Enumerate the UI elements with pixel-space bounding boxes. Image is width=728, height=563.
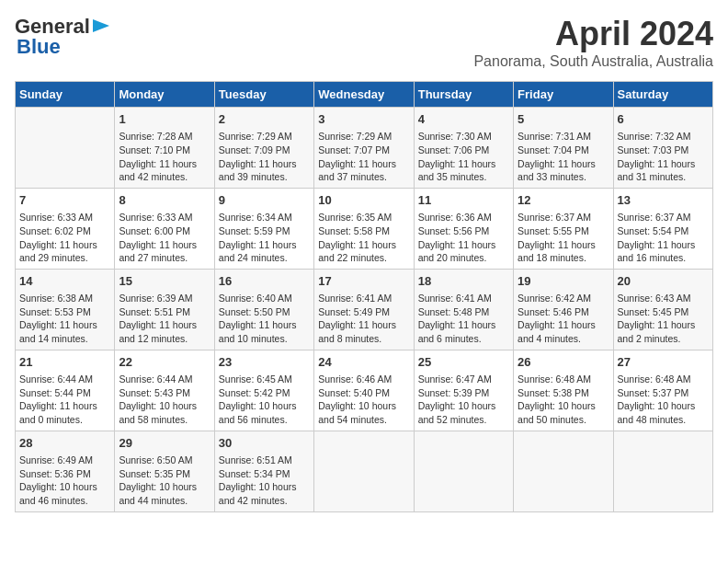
logo-text-blue: Blue bbox=[17, 35, 61, 59]
cell-content: Sunrise: 7:32 AM Sunset: 7:03 PM Dayligh… bbox=[618, 130, 709, 184]
cell-content: Sunrise: 6:33 AM Sunset: 6:02 PM Dayligh… bbox=[19, 211, 110, 265]
calendar-cell: 27Sunrise: 6:48 AM Sunset: 5:37 PM Dayli… bbox=[613, 350, 712, 431]
day-number: 25 bbox=[418, 354, 509, 371]
day-number: 19 bbox=[518, 273, 609, 290]
cell-content: Sunrise: 6:35 AM Sunset: 5:58 PM Dayligh… bbox=[318, 211, 409, 265]
calendar-cell: 25Sunrise: 6:47 AM Sunset: 5:39 PM Dayli… bbox=[414, 350, 513, 431]
cell-content: Sunrise: 6:43 AM Sunset: 5:45 PM Dayligh… bbox=[618, 292, 709, 346]
calendar-cell: 21Sunrise: 6:44 AM Sunset: 5:44 PM Dayli… bbox=[16, 350, 115, 431]
day-number: 5 bbox=[518, 111, 609, 128]
day-number: 20 bbox=[618, 273, 709, 290]
col-header-thursday: Thursday bbox=[414, 82, 513, 108]
week-row-2: 7Sunrise: 6:33 AM Sunset: 6:02 PM Daylig… bbox=[16, 188, 713, 269]
calendar-table: SundayMondayTuesdayWednesdayThursdayFrid… bbox=[15, 81, 713, 512]
calendar-cell: 1Sunrise: 7:28 AM Sunset: 7:10 PM Daylig… bbox=[115, 108, 214, 189]
cell-content: Sunrise: 6:44 AM Sunset: 5:44 PM Dayligh… bbox=[19, 373, 110, 427]
cell-content: Sunrise: 6:51 AM Sunset: 5:34 PM Dayligh… bbox=[219, 454, 310, 508]
day-number: 15 bbox=[119, 273, 210, 290]
calendar-cell: 11Sunrise: 6:36 AM Sunset: 5:56 PM Dayli… bbox=[414, 188, 513, 269]
calendar-cell: 20Sunrise: 6:43 AM Sunset: 5:45 PM Dayli… bbox=[613, 269, 712, 350]
cell-content: Sunrise: 6:41 AM Sunset: 5:48 PM Dayligh… bbox=[418, 292, 509, 346]
calendar-cell: 22Sunrise: 6:44 AM Sunset: 5:43 PM Dayli… bbox=[115, 350, 214, 431]
day-number: 13 bbox=[618, 192, 709, 209]
day-number: 4 bbox=[418, 111, 509, 128]
calendar-header-row: SundayMondayTuesdayWednesdayThursdayFrid… bbox=[16, 82, 713, 108]
calendar-cell: 14Sunrise: 6:38 AM Sunset: 5:53 PM Dayli… bbox=[16, 269, 115, 350]
cell-content: Sunrise: 7:28 AM Sunset: 7:10 PM Dayligh… bbox=[119, 130, 210, 184]
cell-content: Sunrise: 6:44 AM Sunset: 5:43 PM Dayligh… bbox=[119, 373, 210, 427]
day-number: 3 bbox=[318, 111, 409, 128]
cell-content: Sunrise: 6:45 AM Sunset: 5:42 PM Dayligh… bbox=[219, 373, 310, 427]
calendar-cell: 5Sunrise: 7:31 AM Sunset: 7:04 PM Daylig… bbox=[514, 108, 613, 189]
col-header-sunday: Sunday bbox=[16, 82, 115, 108]
day-number: 16 bbox=[219, 273, 310, 290]
calendar-cell: 10Sunrise: 6:35 AM Sunset: 5:58 PM Dayli… bbox=[314, 188, 414, 269]
day-number: 10 bbox=[318, 192, 409, 209]
calendar-cell bbox=[16, 108, 115, 189]
day-number: 12 bbox=[518, 192, 609, 209]
calendar-cell bbox=[314, 431, 414, 511]
cell-content: Sunrise: 7:29 AM Sunset: 7:09 PM Dayligh… bbox=[219, 130, 310, 184]
day-number: 8 bbox=[119, 192, 210, 209]
cell-content: Sunrise: 6:38 AM Sunset: 5:53 PM Dayligh… bbox=[19, 292, 110, 346]
calendar-cell: 18Sunrise: 6:41 AM Sunset: 5:48 PM Dayli… bbox=[414, 269, 513, 350]
day-number: 27 bbox=[618, 354, 709, 371]
logo: General Blue bbox=[15, 15, 109, 59]
calendar-cell: 23Sunrise: 6:45 AM Sunset: 5:42 PM Dayli… bbox=[214, 350, 313, 431]
day-number: 18 bbox=[418, 273, 509, 290]
week-row-4: 21Sunrise: 6:44 AM Sunset: 5:44 PM Dayli… bbox=[16, 350, 713, 431]
calendar-title: April 2024 bbox=[473, 15, 713, 53]
cell-content: Sunrise: 7:30 AM Sunset: 7:06 PM Dayligh… bbox=[418, 130, 509, 184]
col-header-saturday: Saturday bbox=[613, 82, 712, 108]
calendar-cell: 26Sunrise: 6:48 AM Sunset: 5:38 PM Dayli… bbox=[514, 350, 613, 431]
cell-content: Sunrise: 7:29 AM Sunset: 7:07 PM Dayligh… bbox=[318, 130, 409, 184]
day-number: 14 bbox=[19, 273, 110, 290]
calendar-cell: 8Sunrise: 6:33 AM Sunset: 6:00 PM Daylig… bbox=[115, 188, 214, 269]
col-header-monday: Monday bbox=[115, 82, 214, 108]
calendar-cell: 6Sunrise: 7:32 AM Sunset: 7:03 PM Daylig… bbox=[613, 108, 712, 189]
day-number: 23 bbox=[219, 354, 310, 371]
day-number: 24 bbox=[318, 354, 409, 371]
cell-content: Sunrise: 6:48 AM Sunset: 5:37 PM Dayligh… bbox=[618, 373, 709, 427]
cell-content: Sunrise: 6:48 AM Sunset: 5:38 PM Dayligh… bbox=[518, 373, 609, 427]
cell-content: Sunrise: 6:47 AM Sunset: 5:39 PM Dayligh… bbox=[418, 373, 509, 427]
day-number: 9 bbox=[219, 192, 310, 209]
title-block: April 2024 Panorama, South Australia, Au… bbox=[473, 15, 713, 70]
calendar-cell: 13Sunrise: 6:37 AM Sunset: 5:54 PM Dayli… bbox=[613, 188, 712, 269]
svg-marker-0 bbox=[93, 19, 109, 32]
calendar-cell: 3Sunrise: 7:29 AM Sunset: 7:07 PM Daylig… bbox=[314, 108, 414, 189]
calendar-cell bbox=[613, 431, 712, 511]
calendar-cell: 24Sunrise: 6:46 AM Sunset: 5:40 PM Dayli… bbox=[314, 350, 414, 431]
page-header: General Blue April 2024 Panorama, South … bbox=[15, 15, 713, 70]
calendar-cell: 19Sunrise: 6:42 AM Sunset: 5:46 PM Dayli… bbox=[514, 269, 613, 350]
calendar-subtitle: Panorama, South Australia, Australia bbox=[473, 53, 713, 70]
calendar-cell: 9Sunrise: 6:34 AM Sunset: 5:59 PM Daylig… bbox=[214, 188, 313, 269]
day-number: 29 bbox=[119, 435, 210, 452]
week-row-5: 28Sunrise: 6:49 AM Sunset: 5:36 PM Dayli… bbox=[16, 431, 713, 511]
cell-content: Sunrise: 6:42 AM Sunset: 5:46 PM Dayligh… bbox=[518, 292, 609, 346]
day-number: 7 bbox=[19, 192, 110, 209]
cell-content: Sunrise: 7:31 AM Sunset: 7:04 PM Dayligh… bbox=[518, 130, 609, 184]
day-number: 6 bbox=[618, 111, 709, 128]
day-number: 22 bbox=[119, 354, 210, 371]
cell-content: Sunrise: 6:49 AM Sunset: 5:36 PM Dayligh… bbox=[19, 454, 110, 508]
day-number: 2 bbox=[219, 111, 310, 128]
day-number: 28 bbox=[19, 435, 110, 452]
col-header-tuesday: Tuesday bbox=[214, 82, 313, 108]
day-number: 21 bbox=[19, 354, 110, 371]
day-number: 17 bbox=[318, 273, 409, 290]
cell-content: Sunrise: 6:41 AM Sunset: 5:49 PM Dayligh… bbox=[318, 292, 409, 346]
cell-content: Sunrise: 6:40 AM Sunset: 5:50 PM Dayligh… bbox=[219, 292, 310, 346]
calendar-cell: 17Sunrise: 6:41 AM Sunset: 5:49 PM Dayli… bbox=[314, 269, 414, 350]
calendar-cell: 12Sunrise: 6:37 AM Sunset: 5:55 PM Dayli… bbox=[514, 188, 613, 269]
day-number: 26 bbox=[518, 354, 609, 371]
day-number: 30 bbox=[219, 435, 310, 452]
cell-content: Sunrise: 6:37 AM Sunset: 5:54 PM Dayligh… bbox=[618, 211, 709, 265]
calendar-cell bbox=[414, 431, 513, 511]
cell-content: Sunrise: 6:50 AM Sunset: 5:35 PM Dayligh… bbox=[119, 454, 210, 508]
calendar-cell: 15Sunrise: 6:39 AM Sunset: 5:51 PM Dayli… bbox=[115, 269, 214, 350]
logo-arrow-icon bbox=[93, 17, 109, 38]
cell-content: Sunrise: 6:33 AM Sunset: 6:00 PM Dayligh… bbox=[119, 211, 210, 265]
cell-content: Sunrise: 6:36 AM Sunset: 5:56 PM Dayligh… bbox=[418, 211, 509, 265]
calendar-cell: 7Sunrise: 6:33 AM Sunset: 6:02 PM Daylig… bbox=[16, 188, 115, 269]
